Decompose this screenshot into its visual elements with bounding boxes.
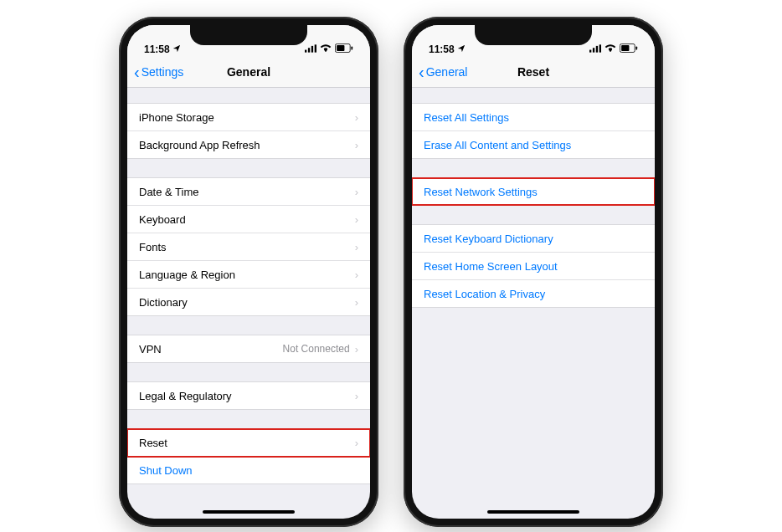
row-language-region[interactable]: Language & Region› <box>127 261 370 289</box>
svg-rect-12 <box>621 45 629 51</box>
svg-rect-9 <box>596 46 598 53</box>
notch <box>190 25 307 45</box>
svg-rect-13 <box>635 46 637 49</box>
row-detail: Not Connected <box>283 343 350 355</box>
signal-icon <box>589 43 601 55</box>
row-reset-network-settings[interactable]: Reset Network Settings <box>412 178 655 205</box>
battery-icon <box>620 43 638 55</box>
home-indicator[interactable] <box>487 510 579 514</box>
chevron-right-icon: › <box>355 241 358 253</box>
chevron-right-icon: › <box>355 343 358 356</box>
back-label: General <box>426 65 468 79</box>
back-button[interactable]: ‹ General <box>419 64 467 80</box>
battery-icon <box>335 43 353 55</box>
group: Date & Time› Keyboard› Fonts› Language &… <box>127 177 370 316</box>
row-erase-all-content[interactable]: Erase All Content and Settings <box>412 131 655 158</box>
chevron-right-icon: › <box>355 139 358 151</box>
content-right[interactable]: Reset All Settings Erase All Content and… <box>412 88 655 519</box>
row-shut-down[interactable]: Shut Down <box>127 457 370 483</box>
status-time: 11:58 <box>429 43 455 55</box>
chevron-left-icon: ‹ <box>134 64 140 80</box>
svg-rect-7 <box>589 50 591 53</box>
svg-rect-6 <box>351 46 352 49</box>
row-label: Reset Location & Privacy <box>424 288 643 300</box>
row-label: Dictionary <box>139 296 355 309</box>
row-dictionary[interactable]: Dictionary› <box>127 289 370 315</box>
row-keyboard[interactable]: Keyboard› <box>127 206 370 233</box>
group: Reset› Shut Down <box>127 428 370 484</box>
group: Legal & Regulatory› <box>127 381 370 410</box>
wifi-icon <box>320 43 332 55</box>
phone-right: 11:58 ‹ General R <box>404 17 663 527</box>
chevron-right-icon: › <box>355 186 358 198</box>
row-label: Language & Region <box>139 269 355 281</box>
page-title: Reset <box>517 65 549 79</box>
group: Reset Keyboard Dictionary Reset Home Scr… <box>412 224 655 308</box>
row-label: Background App Refresh <box>139 139 355 151</box>
svg-rect-8 <box>593 48 594 52</box>
row-background-app-refresh[interactable]: Background App Refresh› <box>127 131 370 158</box>
row-legal-regulatory[interactable]: Legal & Regulatory› <box>127 382 370 409</box>
row-label: Date & Time <box>139 186 355 198</box>
nav-bar: ‹ General Reset <box>412 57 655 88</box>
group: Reset All Settings Erase All Content and… <box>412 103 655 159</box>
row-vpn[interactable]: VPNNot Connected› <box>127 335 370 362</box>
row-label: Legal & Regulatory <box>139 390 355 402</box>
row-reset[interactable]: Reset› <box>127 429 370 457</box>
status-time: 11:58 <box>144 43 170 55</box>
page-title: General <box>227 65 270 79</box>
row-reset-keyboard-dictionary[interactable]: Reset Keyboard Dictionary <box>412 225 655 253</box>
back-button[interactable]: ‹ Settings <box>134 64 183 80</box>
content-left[interactable]: iPhone Storage› Background App Refresh› … <box>127 88 370 519</box>
svg-rect-2 <box>311 46 313 53</box>
group: iPhone Storage› Background App Refresh› <box>127 103 370 159</box>
group: Reset Network Settings <box>412 177 655 206</box>
home-indicator[interactable] <box>203 510 295 514</box>
row-label: Reset Home Screen Layout <box>424 260 643 273</box>
screen-left: 11:58 ‹ Settings <box>127 25 370 519</box>
wifi-icon <box>605 43 616 55</box>
row-reset-all-settings[interactable]: Reset All Settings <box>412 104 655 131</box>
row-iphone-storage[interactable]: iPhone Storage› <box>127 104 370 131</box>
row-label: Reset All Settings <box>424 111 643 124</box>
row-date-time[interactable]: Date & Time› <box>127 178 370 206</box>
phone-left: 11:58 ‹ Settings <box>119 17 378 527</box>
notch <box>475 25 592 45</box>
chevron-right-icon: › <box>355 437 358 449</box>
row-label: Shut Down <box>139 464 358 477</box>
chevron-right-icon: › <box>355 296 358 309</box>
svg-rect-5 <box>337 45 344 51</box>
chevron-right-icon: › <box>355 390 358 402</box>
row-label: VPN <box>139 343 283 356</box>
svg-rect-10 <box>599 44 601 52</box>
row-label: iPhone Storage <box>139 111 355 124</box>
row-label: Erase All Content and Settings <box>424 139 643 151</box>
chevron-right-icon: › <box>355 111 358 124</box>
group: VPNNot Connected› <box>127 335 370 363</box>
row-label: Reset Network Settings <box>424 186 643 198</box>
nav-bar: ‹ Settings General <box>127 57 370 88</box>
svg-rect-0 <box>305 50 306 53</box>
signal-icon <box>305 43 316 55</box>
location-icon <box>457 43 466 55</box>
svg-rect-1 <box>308 48 310 52</box>
row-label: Reset <box>139 437 355 449</box>
chevron-right-icon: › <box>355 213 358 226</box>
chevron-right-icon: › <box>355 269 358 281</box>
row-reset-home-screen-layout[interactable]: Reset Home Screen Layout <box>412 253 655 280</box>
row-fonts[interactable]: Fonts› <box>127 233 370 261</box>
row-label: Fonts <box>139 241 355 253</box>
row-reset-location-privacy[interactable]: Reset Location & Privacy <box>412 280 655 307</box>
location-icon <box>172 43 181 55</box>
back-label: Settings <box>141 65 184 79</box>
row-label: Keyboard <box>139 213 355 226</box>
row-label: Reset Keyboard Dictionary <box>424 233 643 245</box>
screen-right: 11:58 ‹ General R <box>412 25 655 519</box>
svg-rect-3 <box>315 44 316 52</box>
chevron-left-icon: ‹ <box>419 64 424 80</box>
